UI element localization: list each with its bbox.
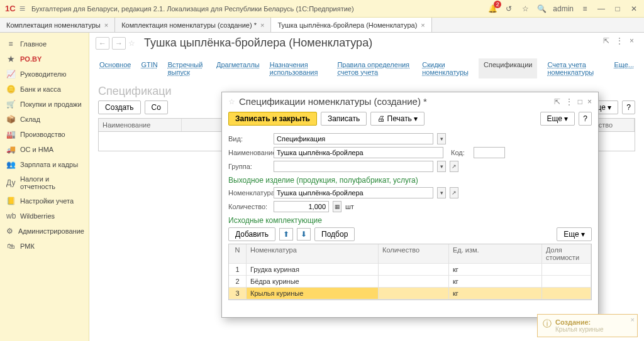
col-share[interactable]: Доля стоимости <box>542 244 591 264</box>
col-um[interactable]: Ед. изм. <box>449 244 542 264</box>
kind-input[interactable] <box>274 133 433 144</box>
nav-fwd-button[interactable]: → <box>112 37 126 50</box>
favorite-icon[interactable]: ☆ <box>228 97 235 106</box>
table-row[interactable]: 2 Бёдра куриные кг <box>229 276 591 288</box>
star-icon[interactable]: ☆ <box>520 4 530 13</box>
unit-label: шт <box>345 203 354 210</box>
calc-icon[interactable]: ▦ <box>333 201 341 212</box>
sidebar-item-assets[interactable]: 🚚ОС и НМА <box>0 142 89 157</box>
hamburger-icon[interactable]: ≡ <box>19 4 25 14</box>
close-icon[interactable]: × <box>421 21 425 29</box>
external-icon[interactable]: ⇱ <box>603 36 609 45</box>
select-button[interactable]: Подбор <box>314 227 355 241</box>
chevron-down-icon[interactable]: ▾ <box>437 161 446 172</box>
lbl-group: Группа: <box>228 163 270 170</box>
subtab-gtin[interactable]: GTIN <box>141 58 157 78</box>
sidebar-item-poby[interactable]: ★PO.BY <box>0 51 89 67</box>
tab-komplektaciya-create[interactable]: Комплектация номенклатуры (создание) *× <box>115 18 271 32</box>
sidebar-item-rmk[interactable]: 🛍РМК <box>0 239 89 254</box>
sidebar-item-wildberries[interactable]: wbWildberries <box>0 208 89 224</box>
subtab-usage[interactable]: Назначения использования <box>270 58 328 78</box>
lbl-qty: Количество: <box>228 203 270 210</box>
close-icon[interactable]: × <box>587 97 592 106</box>
menu-icon[interactable]: ⋮ <box>616 36 623 45</box>
people-icon: 👥 <box>6 160 15 169</box>
create-button[interactable]: Создать <box>98 100 141 114</box>
qty-input[interactable] <box>274 201 329 212</box>
subtab-more[interactable]: Еще... <box>614 58 634 78</box>
subtab-main[interactable]: Основное <box>99 58 131 78</box>
chart-icon: 📈 <box>6 70 15 78</box>
subtab-counter[interactable]: Встречный выпуск <box>168 58 206 78</box>
tax-icon: Ду <box>6 178 15 187</box>
col-name[interactable]: Наименование <box>99 119 182 131</box>
subtab-specs[interactable]: Спецификации <box>479 58 537 78</box>
modal-title: Спецификации номенклатуры (создание) * <box>239 96 554 107</box>
coins-icon: 🪙 <box>6 85 15 94</box>
col-nom[interactable]: Номенклатура <box>247 244 379 264</box>
sidebar-item-settings[interactable]: 📒Настройки учета <box>0 193 89 208</box>
chevron-down-icon[interactable]: ▾ <box>437 187 446 198</box>
close-icon[interactable]: × <box>104 21 108 29</box>
sidebar-item-production[interactable]: 🏭Производство <box>0 127 89 142</box>
cart-icon: 🛒 <box>6 100 15 109</box>
settings-icon[interactable]: ≡ <box>580 4 590 13</box>
tab-komplektaciya[interactable]: Комплектация номенклатуры× <box>0 18 115 32</box>
save-close-button[interactable]: Записать и закрыть <box>228 112 317 126</box>
chevron-down-icon[interactable]: ▾ <box>437 133 446 144</box>
bell-icon[interactable]: 🔔2 <box>487 4 497 13</box>
info-icon: ⓘ <box>543 318 552 330</box>
sidebar-item-payroll[interactable]: 👥Зарплата и кадры <box>0 157 89 172</box>
table-row[interactable]: 1 Грудка куриная кг <box>229 264 591 276</box>
help-button[interactable]: ? <box>579 112 592 126</box>
tab-tushka[interactable]: Тушка цыплёнка-бройлера (Номенклатура)× <box>271 18 431 32</box>
menu-icon[interactable]: ⋮ <box>565 97 573 106</box>
save-button[interactable]: Записать <box>321 112 367 126</box>
app-title: Бухгалтерия для Беларуси, редакция 2.1. … <box>31 5 354 13</box>
more-button[interactable]: Еще ▾ <box>557 227 592 241</box>
sidebar-item-bank[interactable]: 🪙Банк и касса <box>0 82 89 97</box>
group-input[interactable] <box>274 161 433 172</box>
favorite-icon[interactable]: ☆ <box>128 39 135 48</box>
nav-back-button[interactable]: ← <box>96 37 109 50</box>
sidebar-item-admin[interactable]: ⚙Администрирование <box>0 224 89 239</box>
sidebar-item-warehouse[interactable]: 📦Склад <box>0 112 89 127</box>
nom-input[interactable] <box>274 187 433 198</box>
search-icon[interactable]: 🔍 <box>536 4 547 13</box>
name-input[interactable] <box>274 147 443 158</box>
copy-button[interactable]: Со <box>145 100 168 114</box>
history-icon[interactable]: ↺ <box>504 4 514 13</box>
code-input[interactable] <box>474 147 505 158</box>
sidebar-item-taxes[interactable]: ДуНалоги и отчетность <box>0 172 89 193</box>
user-label[interactable]: admin <box>553 4 574 13</box>
col-n[interactable]: N <box>229 244 247 264</box>
open-icon[interactable]: ↗ <box>450 161 458 172</box>
more-button[interactable]: Еще ▾ <box>540 112 575 126</box>
help-button[interactable]: ? <box>622 100 635 114</box>
window-icon[interactable]: □ <box>578 97 582 106</box>
toast-subtitle[interactable]: Крылья куриные <box>555 326 604 333</box>
subtab-discounts[interactable]: Скидки номенклатуры <box>422 58 469 78</box>
add-button[interactable]: Добавить <box>228 227 275 241</box>
close-icon[interactable]: × <box>631 316 635 323</box>
close-icon[interactable]: × <box>260 21 264 29</box>
subtab-accounts[interactable]: Счета учета номенклатуры <box>547 58 604 78</box>
move-up-button[interactable]: ⬆ <box>279 228 293 241</box>
open-icon[interactable]: ↗ <box>450 187 458 198</box>
maximize-icon[interactable]: □ <box>613 4 623 13</box>
sidebar-item-main[interactable]: ≡Главное <box>0 36 89 51</box>
spec-modal: ☆ Спецификации номенклатуры (создание) *… <box>221 92 599 318</box>
subtab-metals[interactable]: Драгметаллы <box>216 58 260 78</box>
sidebar-item-manager[interactable]: 📈Руководителю <box>0 67 89 82</box>
move-down-button[interactable]: ⬇ <box>297 228 311 241</box>
close-icon[interactable]: ✕ <box>629 4 639 13</box>
sidebar-item-sales[interactable]: 🛒Покупки и продажи <box>0 97 89 112</box>
print-button[interactable]: 🖨 Печать ▾ <box>370 112 425 126</box>
close-icon[interactable]: × <box>630 36 634 45</box>
subtab-rules[interactable]: Правила определения счетов учета <box>337 58 412 78</box>
minimize-icon[interactable]: — <box>596 4 606 13</box>
components-table: N Номенклатура Количество Ед. изм. Доля … <box>228 244 592 300</box>
external-icon[interactable]: ⇱ <box>554 97 560 106</box>
col-qty[interactable]: Количество <box>379 244 449 264</box>
table-row[interactable]: 3 Крылья куриные кг <box>229 288 591 300</box>
